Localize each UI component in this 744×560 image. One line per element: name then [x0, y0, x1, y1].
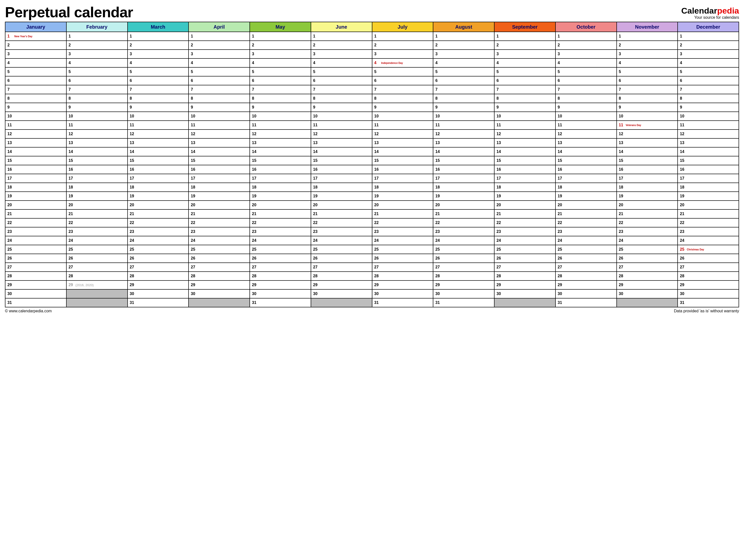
- day-cell: 12: [433, 129, 494, 138]
- day-number: 18: [619, 185, 625, 189]
- day-cell: 9: [5, 103, 66, 112]
- day-cell: 20: [127, 200, 189, 210]
- day-cell: 9: [555, 103, 617, 112]
- day-cell: 29: [127, 281, 189, 289]
- day-cell: 26: [555, 254, 617, 263]
- day-number: 12: [191, 132, 197, 136]
- day-number: 24: [435, 238, 441, 243]
- footer: © www.calendarpedia.com Data provided 'a…: [5, 309, 739, 313]
- day-number: 18: [680, 185, 686, 189]
- day-cell: 2: [433, 41, 494, 49]
- day-cell: 13: [433, 138, 494, 147]
- day-cell: 24: [66, 236, 127, 245]
- day-cell: 24: [678, 236, 739, 245]
- day-cell: 17: [189, 174, 250, 183]
- day-number: 19: [435, 194, 441, 198]
- day-number: 26: [435, 256, 441, 261]
- day-number: 3: [69, 52, 75, 56]
- day-number: 12: [374, 132, 380, 136]
- day-cell: 3: [5, 49, 66, 59]
- day-cell: 12: [555, 129, 617, 138]
- day-number: 2: [374, 43, 380, 47]
- day-cell: 24: [555, 236, 617, 245]
- day-number: 4: [130, 61, 136, 65]
- day-cell: 29: [189, 281, 250, 289]
- day-cell: 25: [372, 245, 433, 254]
- day-cell: 21: [372, 210, 433, 218]
- day-number: 21: [252, 212, 258, 216]
- day-cell: 15: [127, 156, 189, 165]
- day-cell: 24: [5, 236, 66, 245]
- day-cell: 8: [127, 94, 189, 103]
- day-cell: 25: [311, 245, 372, 254]
- day-cell: 18: [250, 183, 311, 192]
- day-cell: 26: [372, 254, 433, 263]
- day-cell: 12: [66, 129, 127, 138]
- day-number: 22: [496, 221, 503, 225]
- day-cell: 23: [433, 227, 494, 236]
- day-number: 20: [374, 203, 380, 207]
- day-number: 1: [7, 34, 13, 38]
- day-cell: 11: [555, 121, 617, 129]
- day-number: 17: [7, 176, 13, 181]
- day-row: 242424242424242424242424: [5, 236, 739, 245]
- day-cell: 6: [433, 76, 494, 85]
- day-number: 8: [69, 96, 75, 101]
- day-cell: 13: [311, 138, 372, 147]
- day-cell: 20: [66, 200, 127, 210]
- day-number: 27: [680, 265, 686, 269]
- day-number: 2: [558, 43, 564, 47]
- day-cell: 24: [617, 236, 678, 245]
- day-cell: 27: [189, 263, 250, 272]
- day-cell: 30: [555, 289, 617, 298]
- day-cell: 15: [433, 156, 494, 165]
- day-number: 23: [7, 229, 13, 234]
- day-cell: 21: [494, 210, 555, 218]
- day-cell: 29(2016, 2020): [66, 281, 127, 289]
- day-number: 28: [680, 274, 686, 278]
- day-cell: 28: [66, 272, 127, 281]
- day-number: 2: [252, 43, 258, 47]
- day-number: 8: [191, 96, 197, 101]
- day-cell: 14: [127, 147, 189, 156]
- day-cell: 12: [250, 129, 311, 138]
- day-cell: 12: [617, 129, 678, 138]
- day-number: 22: [130, 221, 136, 225]
- day-cell: 2: [555, 41, 617, 49]
- day-number: 4: [496, 61, 503, 65]
- day-cell: 22: [372, 218, 433, 227]
- day-number: 3: [496, 52, 503, 56]
- day-cell: 10: [311, 112, 372, 121]
- day-cell: 1: [555, 32, 617, 41]
- day-cell: 30: [372, 289, 433, 298]
- month-header: May: [250, 22, 311, 32]
- day-cell: 3: [189, 49, 250, 59]
- day-number: 20: [619, 203, 625, 207]
- day-number: 30: [435, 292, 441, 296]
- day-cell: [189, 298, 250, 307]
- month-header: October: [555, 22, 617, 32]
- day-number: 20: [7, 203, 13, 207]
- day-number: 21: [558, 212, 564, 216]
- day-number: 8: [558, 96, 564, 101]
- day-number: 12: [496, 132, 503, 136]
- day-number: 18: [7, 185, 13, 189]
- day-cell: 6: [189, 76, 250, 85]
- day-cell: [66, 289, 127, 298]
- day-cell: 14: [372, 147, 433, 156]
- day-number: 16: [313, 167, 319, 172]
- day-cell: 2: [66, 41, 127, 49]
- day-number: 8: [680, 96, 686, 101]
- day-number: 15: [252, 158, 258, 163]
- day-number: 11: [69, 123, 75, 127]
- day-cell: 5: [5, 67, 66, 76]
- day-number: 31: [7, 300, 13, 305]
- day-number: 24: [69, 238, 75, 243]
- day-number: 15: [191, 158, 197, 163]
- day-number: 8: [313, 96, 319, 101]
- day-cell: 9: [617, 103, 678, 112]
- day-cell: 23: [372, 227, 433, 236]
- day-cell: 28: [5, 272, 66, 281]
- day-number: 6: [619, 78, 625, 83]
- day-cell: 23: [311, 227, 372, 236]
